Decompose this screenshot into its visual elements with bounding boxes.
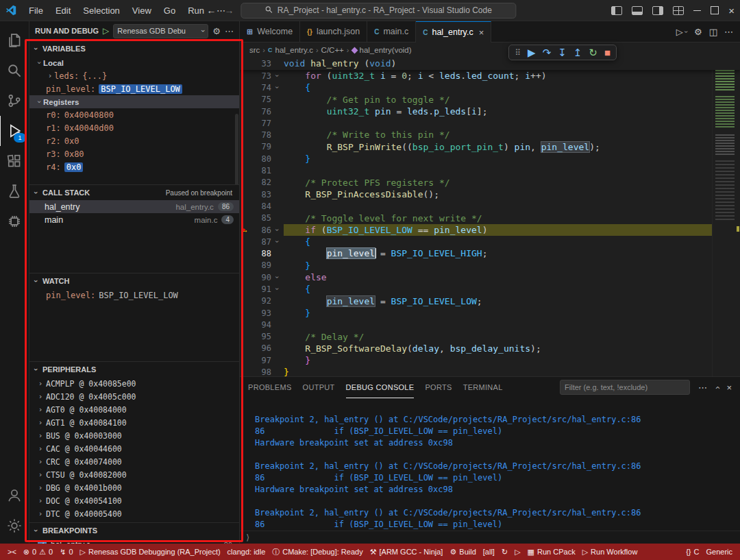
language-mode[interactable]: {}C	[682, 544, 702, 560]
fold-icon[interactable]: ›	[273, 284, 281, 295]
close-panel-icon[interactable]: ×	[726, 382, 732, 393]
breakpoint-entry-hal-entry-c[interactable]: ✓hal_entry.csrc86	[29, 538, 239, 544]
line-number[interactable]: 98	[251, 367, 271, 376]
close-icon[interactable]: ×	[479, 27, 484, 38]
cmake-kit[interactable]: ⚒[ARM GCC - Ninja]	[367, 544, 447, 560]
views-more-icon[interactable]: ⋯	[225, 26, 234, 36]
settings-gear-icon[interactable]	[0, 511, 29, 541]
variable-leds[interactable]: ›leds:{...}	[29, 69, 239, 82]
peripheral-ctsu[interactable]: ›CTSU @ 0x40082000	[29, 468, 239, 481]
maximize-panel-icon[interactable]: ›	[712, 386, 722, 389]
tab-launch-json[interactable]: {}launch.json	[300, 21, 367, 42]
explorer-icon[interactable]	[0, 25, 29, 56]
call-stack-section-header[interactable]: › CALL STACK Paused on breakpoint	[29, 185, 239, 200]
line-number[interactable]: 97	[251, 356, 271, 365]
variables-section-header[interactable]: › VARIABLES	[29, 41, 239, 56]
line-number[interactable]: 73	[251, 71, 271, 81]
menu-file[interactable]: File	[23, 4, 49, 17]
watch-pin-level[interactable]: pin_level:BSP_IO_LEVEL_LOW	[29, 289, 239, 302]
panel-tab-output[interactable]: OUTPUT	[303, 377, 335, 398]
step-out-button[interactable]: ↥	[574, 47, 582, 58]
peripheral-dtc[interactable]: ›DTC @ 0x40005400	[29, 507, 239, 520]
variable-r3[interactable]: r3:0x80	[29, 147, 239, 160]
line-number[interactable]: 90	[251, 273, 271, 282]
checkbox-checked-icon[interactable]: ✓	[38, 540, 47, 544]
split-editor-icon[interactable]: ◫	[709, 27, 717, 37]
line-number[interactable]: 92	[251, 296, 271, 306]
peripheral-agt1[interactable]: ›AGT1 @ 0x40084100	[29, 416, 239, 429]
ports-forwarded[interactable]: ↯0	[56, 544, 76, 560]
scrollbar[interactable]	[235, 114, 238, 184]
line-number[interactable]: 88	[251, 249, 271, 258]
breadcrumb-item-hal-entry-void[interactable]: hal_entry(void)	[352, 46, 412, 54]
problems-indicator[interactable]: ⊗0⚠0	[20, 544, 56, 560]
line-number[interactable]: 80	[251, 154, 271, 164]
history-back-icon[interactable]: ←	[205, 5, 217, 16]
cmake-build-target[interactable]: [all]	[480, 544, 498, 560]
peripheral-agt0[interactable]: ›AGT0 @ 0x40084000	[29, 403, 239, 416]
cmake-status[interactable]: ⓘCMake: [Debug]: Ready	[269, 544, 366, 560]
line-number[interactable]: 78	[251, 130, 271, 140]
menu-edit[interactable]: Edit	[50, 4, 76, 17]
peripheral-doc[interactable]: ›DOC @ 0x40054100	[29, 494, 239, 507]
embedded-tools-icon[interactable]	[0, 206, 29, 236]
fold-icon[interactable]: ›	[273, 71, 281, 82]
toggle-secondary-sidebar-icon[interactable]	[652, 6, 663, 15]
line-number[interactable]: 95	[251, 332, 271, 341]
line-number[interactable]: 91	[251, 284, 271, 294]
debug-console-input[interactable]: ⟩	[240, 531, 740, 544]
line-number[interactable]: 89	[251, 260, 271, 270]
console-filter-input[interactable]	[560, 380, 690, 395]
stack-frame-main[interactable]: mainmain.c4	[29, 213, 239, 226]
clangd-status[interactable]: clangd: idle	[224, 544, 269, 560]
breakpoints-section-header[interactable]: › BREAKPOINTS	[29, 523, 239, 538]
peripheral-dbg[interactable]: ›DBG @ 0x4001b000	[29, 481, 239, 494]
drag-grip-icon[interactable]: ⠿	[515, 48, 521, 58]
line-number[interactable]: 84	[251, 202, 271, 211]
line-number[interactable]: 82	[251, 178, 271, 187]
peripheral-cac[interactable]: ›CAC @ 0x40044600	[29, 442, 239, 455]
customize-layout-icon[interactable]	[673, 6, 684, 15]
stop-button[interactable]: ■	[604, 47, 610, 58]
account-icon[interactable]	[0, 480, 29, 511]
stack-frame-hal-entry[interactable]: hal_entryhal_entry.c86	[29, 200, 239, 213]
breadcrumb-item-c-c[interactable]: C/C++	[321, 46, 344, 54]
line-number[interactable]: 94	[251, 320, 271, 330]
line-number[interactable]: 33	[251, 59, 271, 69]
variable-r0[interactable]: r0:0x40040800	[29, 108, 239, 121]
remote-indicator[interactable]: ><	[4, 544, 20, 560]
menu-view[interactable]: View	[127, 4, 157, 17]
line-number[interactable]: 87	[251, 237, 271, 247]
sticky-scroll-line[interactable]: 33›void hal_entry (void)	[240, 58, 740, 70]
cmake-build[interactable]: ⚙Build	[446, 544, 479, 560]
variables-group-registers[interactable]: ›Registers	[29, 95, 239, 108]
watch-section-header[interactable]: › WATCH	[29, 273, 239, 289]
peripheral-crc[interactable]: ›CRC @ 0x40074000	[29, 455, 239, 468]
settings-gear-icon[interactable]: ⚙	[694, 27, 702, 37]
cmake-debug-button[interactable]: ↻	[498, 544, 511, 560]
search-icon[interactable]	[0, 56, 29, 86]
restart-button[interactable]: ↻	[589, 47, 597, 58]
peripheral-acmplp[interactable]: ›ACMPLP @ 0x40085e00	[29, 377, 239, 390]
menu-selection[interactable]: Selection	[77, 4, 125, 17]
fold-icon[interactable]: ›	[273, 236, 281, 247]
variable-r1[interactable]: r1:0x40040d00	[29, 121, 239, 134]
extensions-icon[interactable]	[0, 146, 29, 176]
cmake-launch-button[interactable]: ▷	[511, 544, 523, 560]
start-debugging-icon[interactable]: ▷	[103, 26, 109, 36]
debug-session[interactable]: ▷Renesas GDB Debugging (RA_Project)	[77, 544, 224, 560]
fold-icon[interactable]: ›	[273, 272, 281, 283]
tab-main-c[interactable]: Cmain.c	[367, 21, 416, 42]
history-forward-icon[interactable]: →	[223, 5, 235, 16]
minimap[interactable]	[712, 58, 740, 376]
panel-tab-ports[interactable]: PORTS	[425, 377, 452, 398]
variable-r2[interactable]: r2:0x0	[29, 134, 239, 147]
variable-pin-level[interactable]: pin_level:BSP_IO_LEVEL_LOW	[29, 82, 239, 95]
breadcrumb-item-hal-entry-c[interactable]: Chal_entry.c	[268, 46, 313, 54]
line-number[interactable]: 79	[251, 142, 271, 151]
maximize-button[interactable]	[711, 6, 719, 14]
peripheral-bus[interactable]: ›BUS @ 0x40003000	[29, 429, 239, 442]
menu-go[interactable]: Go	[158, 4, 181, 17]
tab-welcome[interactable]: ⊞Welcome	[240, 21, 300, 42]
step-into-button[interactable]: ↧	[558, 47, 567, 58]
